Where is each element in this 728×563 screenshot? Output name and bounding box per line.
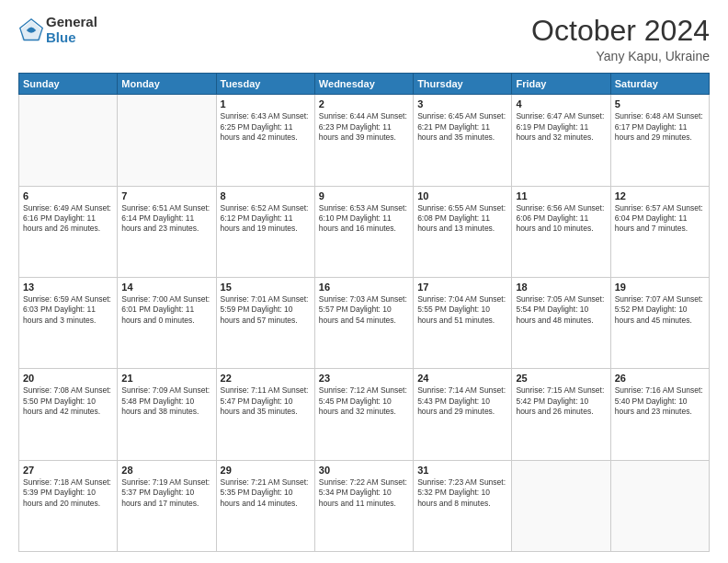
day-detail: Sunrise: 7:01 AM Sunset: 5:59 PM Dayligh… xyxy=(221,294,311,326)
col-tuesday: Tuesday xyxy=(216,74,314,95)
day-detail: Sunrise: 6:45 AM Sunset: 6:21 PM Dayligh… xyxy=(417,111,507,143)
day-number: 12 xyxy=(615,190,705,201)
day-detail: Sunrise: 7:16 AM Sunset: 5:40 PM Dayligh… xyxy=(615,385,705,417)
day-number: 11 xyxy=(516,190,606,201)
logo: General Blue xyxy=(18,15,97,45)
day-detail: Sunrise: 6:59 AM Sunset: 6:03 PM Dayligh… xyxy=(23,294,113,326)
day-detail: Sunrise: 6:48 AM Sunset: 6:17 PM Dayligh… xyxy=(615,111,705,143)
day-number: 31 xyxy=(417,465,507,476)
day-number: 17 xyxy=(417,282,507,293)
day-number: 24 xyxy=(417,373,507,384)
col-wednesday: Wednesday xyxy=(314,74,413,95)
day-number: 27 xyxy=(23,465,113,476)
day-detail: Sunrise: 7:00 AM Sunset: 6:01 PM Dayligh… xyxy=(121,294,211,326)
day-detail: Sunrise: 7:12 AM Sunset: 5:45 PM Dayligh… xyxy=(319,385,409,417)
logo-blue-text: Blue xyxy=(46,30,97,46)
day-number: 4 xyxy=(516,98,606,109)
calendar-cell: 20Sunrise: 7:08 AM Sunset: 5:50 PM Dayli… xyxy=(19,369,118,460)
calendar-cell xyxy=(118,95,216,186)
day-detail: Sunrise: 7:07 AM Sunset: 5:52 PM Dayligh… xyxy=(615,294,705,326)
logo-icon xyxy=(18,17,44,43)
day-detail: Sunrise: 7:21 AM Sunset: 5:35 PM Dayligh… xyxy=(221,477,311,509)
day-detail: Sunrise: 6:49 AM Sunset: 6:16 PM Dayligh… xyxy=(23,203,113,235)
calendar-cell: 8Sunrise: 6:52 AM Sunset: 6:12 PM Daylig… xyxy=(216,186,314,277)
calendar-cell: 19Sunrise: 7:07 AM Sunset: 5:52 PM Dayli… xyxy=(610,277,709,368)
calendar-week-row: 20Sunrise: 7:08 AM Sunset: 5:50 PM Dayli… xyxy=(19,369,710,460)
calendar-cell: 24Sunrise: 7:14 AM Sunset: 5:43 PM Dayli… xyxy=(414,369,512,460)
day-detail: Sunrise: 7:15 AM Sunset: 5:42 PM Dayligh… xyxy=(516,385,606,417)
day-detail: Sunrise: 7:08 AM Sunset: 5:50 PM Dayligh… xyxy=(23,385,113,417)
day-detail: Sunrise: 6:53 AM Sunset: 6:10 PM Dayligh… xyxy=(319,203,409,235)
calendar-title: October 2024 xyxy=(531,15,710,47)
day-detail: Sunrise: 6:52 AM Sunset: 6:12 PM Dayligh… xyxy=(221,203,311,235)
day-detail: Sunrise: 6:47 AM Sunset: 6:19 PM Dayligh… xyxy=(516,111,606,143)
day-detail: Sunrise: 6:51 AM Sunset: 6:14 PM Dayligh… xyxy=(121,203,211,235)
day-number: 20 xyxy=(23,373,113,384)
calendar-table: Sunday Monday Tuesday Wednesday Thursday… xyxy=(18,73,710,552)
day-number: 8 xyxy=(221,190,311,201)
day-detail: Sunrise: 7:19 AM Sunset: 5:37 PM Dayligh… xyxy=(121,477,211,509)
logo-general-text: General xyxy=(46,15,97,30)
day-number: 23 xyxy=(319,373,409,384)
calendar-cell: 15Sunrise: 7:01 AM Sunset: 5:59 PM Dayli… xyxy=(216,277,314,368)
day-number: 3 xyxy=(417,98,507,109)
calendar-week-row: 27Sunrise: 7:18 AM Sunset: 5:39 PM Dayli… xyxy=(19,460,710,551)
title-block: October 2024 Yany Kapu, Ukraine xyxy=(531,15,710,63)
calendar-cell: 28Sunrise: 7:19 AM Sunset: 5:37 PM Dayli… xyxy=(118,460,216,551)
day-number: 21 xyxy=(121,373,211,384)
col-monday: Monday xyxy=(118,74,216,95)
day-number: 15 xyxy=(221,282,311,293)
calendar-cell: 27Sunrise: 7:18 AM Sunset: 5:39 PM Dayli… xyxy=(19,460,118,551)
calendar-cell: 2Sunrise: 6:44 AM Sunset: 6:23 PM Daylig… xyxy=(314,95,413,186)
day-detail: Sunrise: 7:04 AM Sunset: 5:55 PM Dayligh… xyxy=(417,294,507,326)
calendar-cell: 14Sunrise: 7:00 AM Sunset: 6:01 PM Dayli… xyxy=(118,277,216,368)
col-thursday: Thursday xyxy=(414,74,512,95)
day-detail: Sunrise: 7:03 AM Sunset: 5:57 PM Dayligh… xyxy=(319,294,409,326)
calendar-week-row: 1Sunrise: 6:43 AM Sunset: 6:25 PM Daylig… xyxy=(19,95,710,186)
day-number: 10 xyxy=(417,190,507,201)
day-number: 25 xyxy=(516,373,606,384)
calendar-cell: 4Sunrise: 6:47 AM Sunset: 6:19 PM Daylig… xyxy=(512,95,610,186)
col-friday: Friday xyxy=(512,74,610,95)
calendar-cell: 5Sunrise: 6:48 AM Sunset: 6:17 PM Daylig… xyxy=(610,95,709,186)
calendar-cell: 9Sunrise: 6:53 AM Sunset: 6:10 PM Daylig… xyxy=(314,186,413,277)
calendar-cell: 10Sunrise: 6:55 AM Sunset: 6:08 PM Dayli… xyxy=(414,186,512,277)
day-detail: Sunrise: 6:57 AM Sunset: 6:04 PM Dayligh… xyxy=(615,203,705,235)
day-detail: Sunrise: 7:23 AM Sunset: 5:32 PM Dayligh… xyxy=(417,477,507,509)
day-detail: Sunrise: 7:09 AM Sunset: 5:48 PM Dayligh… xyxy=(121,385,211,417)
logo-text: General Blue xyxy=(46,15,97,45)
day-detail: Sunrise: 6:44 AM Sunset: 6:23 PM Dayligh… xyxy=(319,111,409,143)
day-detail: Sunrise: 6:56 AM Sunset: 6:06 PM Dayligh… xyxy=(516,203,606,235)
day-detail: Sunrise: 6:55 AM Sunset: 6:08 PM Dayligh… xyxy=(417,203,507,235)
calendar-cell: 21Sunrise: 7:09 AM Sunset: 5:48 PM Dayli… xyxy=(118,369,216,460)
day-detail: Sunrise: 7:18 AM Sunset: 5:39 PM Dayligh… xyxy=(23,477,113,509)
day-number: 5 xyxy=(615,98,705,109)
day-number: 9 xyxy=(319,190,409,201)
calendar-cell xyxy=(19,95,118,186)
calendar-cell: 11Sunrise: 6:56 AM Sunset: 6:06 PM Dayli… xyxy=(512,186,610,277)
col-sunday: Sunday xyxy=(19,74,118,95)
calendar-cell xyxy=(610,460,709,551)
calendar-cell xyxy=(512,460,610,551)
calendar-cell: 12Sunrise: 6:57 AM Sunset: 6:04 PM Dayli… xyxy=(610,186,709,277)
day-number: 13 xyxy=(23,282,113,293)
calendar-cell: 18Sunrise: 7:05 AM Sunset: 5:54 PM Dayli… xyxy=(512,277,610,368)
day-number: 26 xyxy=(615,373,705,384)
calendar-cell: 7Sunrise: 6:51 AM Sunset: 6:14 PM Daylig… xyxy=(118,186,216,277)
calendar-cell: 23Sunrise: 7:12 AM Sunset: 5:45 PM Dayli… xyxy=(314,369,413,460)
col-saturday: Saturday xyxy=(610,74,709,95)
calendar-cell: 13Sunrise: 6:59 AM Sunset: 6:03 PM Dayli… xyxy=(19,277,118,368)
calendar-cell: 1Sunrise: 6:43 AM Sunset: 6:25 PM Daylig… xyxy=(216,95,314,186)
calendar-week-row: 6Sunrise: 6:49 AM Sunset: 6:16 PM Daylig… xyxy=(19,186,710,277)
calendar-cell: 6Sunrise: 6:49 AM Sunset: 6:16 PM Daylig… xyxy=(19,186,118,277)
day-number: 28 xyxy=(121,465,211,476)
calendar-cell: 3Sunrise: 6:45 AM Sunset: 6:21 PM Daylig… xyxy=(414,95,512,186)
day-detail: Sunrise: 7:14 AM Sunset: 5:43 PM Dayligh… xyxy=(417,385,507,417)
calendar-cell: 25Sunrise: 7:15 AM Sunset: 5:42 PM Dayli… xyxy=(512,369,610,460)
day-number: 22 xyxy=(221,373,311,384)
calendar-cell: 29Sunrise: 7:21 AM Sunset: 5:35 PM Dayli… xyxy=(216,460,314,551)
calendar-header-row: Sunday Monday Tuesday Wednesday Thursday… xyxy=(19,74,710,95)
day-detail: Sunrise: 6:43 AM Sunset: 6:25 PM Dayligh… xyxy=(221,111,311,143)
calendar-cell: 31Sunrise: 7:23 AM Sunset: 5:32 PM Dayli… xyxy=(414,460,512,551)
day-number: 18 xyxy=(516,282,606,293)
